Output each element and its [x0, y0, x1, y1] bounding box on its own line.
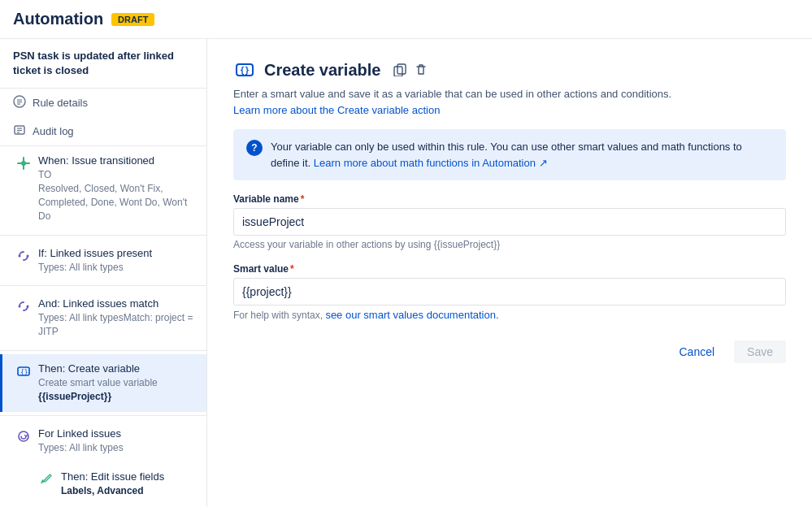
delete-button[interactable]	[413, 62, 429, 78]
svg-text:{}: {}	[240, 66, 250, 75]
svg-point-15	[19, 431, 28, 441]
flow-item-for-title: For Linked issues	[38, 427, 193, 440]
math-functions-link[interactable]: Learn more about math functions in Autom…	[314, 157, 548, 169]
svg-point-8	[21, 161, 26, 166]
condition-icon-if	[15, 248, 32, 264]
flow-item-edit-title: Then: Edit issue fields	[61, 470, 193, 483]
svg-point-12	[27, 306, 29, 308]
cancel-button[interactable]: Cancel	[666, 340, 727, 363]
svg-text:{}: {}	[20, 369, 28, 376]
save-button[interactable]: Save	[734, 340, 786, 363]
form-actions: Cancel Save	[233, 340, 786, 363]
flow-item-when-title: When: Issue transitioned	[38, 154, 193, 167]
draft-badge: DRAFT	[111, 13, 154, 26]
info-box-text: Your variable can only be used within th…	[271, 139, 773, 171]
flow-item-if-content: If: Linked issues present Types: All lin…	[38, 247, 193, 275]
flow-item-and-title: And: Linked issues match	[38, 297, 193, 310]
page-header: Automation DRAFT	[0, 0, 812, 39]
panel-title: Create variable	[264, 61, 380, 80]
smart-values-doc-link[interactable]: see our smart values documentation.	[325, 309, 498, 321]
svg-point-9	[19, 254, 21, 257]
flow-item-variable-title: Then: Create variable	[38, 362, 193, 375]
flow-item-for-linked[interactable]: For Linked issues Types: All link types	[0, 419, 206, 463]
svg-point-10	[27, 254, 29, 257]
required-indicator: *	[301, 193, 305, 205]
flow-item-variable-content: Then: Create variable Create smart value…	[38, 362, 193, 404]
svg-point-11	[19, 306, 21, 308]
flow-item-if-detail: Types: All link types	[38, 261, 193, 275]
panel-header: {} Create variable	[233, 58, 786, 81]
flow-item-create-variable[interactable]: {} Then: Create variable Create smart va…	[0, 354, 206, 412]
sidebar-nav-label: Audit log	[33, 125, 74, 137]
svg-rect-18	[397, 64, 406, 74]
flow-item-if-title: If: Linked issues present	[38, 247, 193, 259]
smart-value-input[interactable]	[233, 278, 786, 306]
svg-rect-19	[394, 67, 402, 76]
flow-item-when-content: When: Issue transitioned TOResolved, Clo…	[38, 154, 193, 223]
flow-item-when-detail: TOResolved, Closed, Won't Fix, Completed…	[38, 168, 193, 223]
variable-name-hint: Access your variable in other actions by…	[233, 239, 786, 250]
create-variable-icon: {}	[233, 58, 256, 81]
flow-item-and-content: And: Linked issues match Types: All link…	[38, 297, 193, 339]
flow-item-edit-content: Then: Edit issue fields Labels, Advanced	[61, 470, 193, 498]
flow-item-for-detail: Types: All link types	[38, 441, 193, 455]
flow-item-when[interactable]: When: Issue transitioned TOResolved, Clo…	[0, 146, 206, 231]
variable-name-label: Variable name *	[233, 193, 786, 205]
variable-icon: {}	[15, 363, 32, 379]
copy-button[interactable]	[392, 62, 408, 78]
syntax-hint: For help with syntax, see our smart valu…	[233, 309, 786, 321]
panel-description: Enter a smart value and save it as a var…	[233, 88, 786, 100]
document-icon	[13, 95, 26, 110]
panel-toolbar	[392, 62, 429, 78]
flow-item-edit-detail: Labels, Advanced	[61, 484, 193, 498]
sidebar-nav: Rule details Audit log	[0, 89, 206, 146]
smart-value-label: Smart value *	[233, 263, 786, 275]
info-box: ? Your variable can only be used within …	[233, 129, 786, 180]
sidebar-item-audit-log[interactable]: Audit log	[0, 117, 206, 145]
smart-value-group: Smart value * For help with syntax, see …	[233, 263, 786, 321]
rule-title: PSN task is updated after linked ticket …	[0, 39, 206, 89]
content-panel: {} Create variable Enter a smart value a…	[207, 39, 812, 507]
flow-item-for-content: For Linked issues Types: All link types	[38, 427, 193, 455]
sidebar-nav-label: Rule details	[33, 97, 88, 109]
info-icon: ?	[246, 140, 263, 156]
variable-name-input[interactable]	[233, 208, 786, 236]
learn-more-link[interactable]: Learn more about the Create variable act…	[233, 104, 440, 116]
sidebar: PSN task is updated after linked ticket …	[0, 39, 207, 507]
flow-item-and-detail: Types: All link typesMatch: project = JI…	[38, 311, 193, 339]
list-icon	[13, 124, 26, 139]
trigger-icon	[15, 155, 32, 171]
loop-icon	[15, 428, 32, 444]
edit-icon	[38, 471, 54, 488]
condition-icon-and	[15, 298, 32, 314]
required-indicator-2: *	[290, 263, 294, 275]
flow-item-if[interactable]: If: Linked issues present Types: All lin…	[0, 239, 206, 283]
main-layout: PSN task is updated after linked ticket …	[0, 39, 812, 507]
flow-item-and[interactable]: And: Linked issues match Types: All link…	[0, 289, 206, 347]
sidebar-item-rule-details[interactable]: Rule details	[0, 89, 206, 117]
flow-item-variable-detail: Create smart value variable {{issueProje…	[38, 376, 193, 404]
flow-item-edit-fields[interactable]: Then: Edit issue fields Labels, Advanced	[23, 462, 206, 506]
page-title: Automation	[13, 10, 103, 28]
variable-name-group: Variable name * Access your variable in …	[233, 193, 786, 250]
